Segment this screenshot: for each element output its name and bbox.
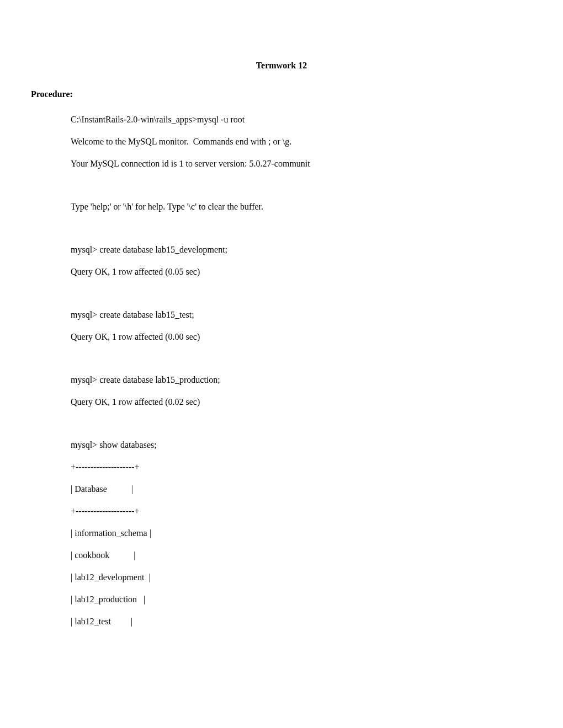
terminal-line: +--------------------+ (71, 506, 532, 516)
blank-line (71, 419, 532, 440)
terminal-line: +--------------------+ (71, 462, 532, 472)
terminal-line: mysql> create database lab15_development… (71, 245, 532, 255)
terminal-line: mysql> create database lab15_test; (71, 310, 532, 320)
terminal-line: Your MySQL connection id is 1 to server … (71, 159, 532, 169)
blank-line (71, 224, 532, 245)
terminal-line: Query OK, 1 row affected (0.02 sec) (71, 397, 532, 407)
terminal-line: Type 'help;' or '\h' for help. Type '\c'… (71, 202, 532, 212)
procedure-heading: Procedure: (31, 89, 532, 99)
procedure-content: C:\InstantRails-2.0-win\rails_apps>mysql… (31, 115, 532, 627)
terminal-line: Query OK, 1 row affected (0.05 sec) (71, 267, 532, 277)
terminal-line: C:\InstantRails-2.0-win\rails_apps>mysql… (71, 115, 532, 125)
document-title: Termwork 12 (31, 61, 532, 71)
document-page: Termwork 12 Procedure: C:\InstantRails-2… (0, 0, 563, 672)
terminal-line: | lab12_development | (71, 572, 532, 582)
terminal-line: Welcome to the MySQL monitor. Commands e… (71, 137, 532, 147)
terminal-line: | Database | (71, 484, 532, 494)
terminal-line: | lab12_test | (71, 617, 532, 627)
terminal-line: mysql> create database lab15_production; (71, 375, 532, 385)
terminal-line: | lab12_production | (71, 595, 532, 604)
terminal-line: | cookbook | (71, 550, 532, 560)
terminal-line: | information_schema | (71, 528, 532, 538)
terminal-line: Query OK, 1 row affected (0.00 sec) (71, 332, 532, 342)
blank-line (71, 354, 532, 375)
terminal-line: mysql> show databases; (71, 440, 532, 450)
blank-line (71, 289, 532, 310)
blank-line (71, 181, 532, 202)
